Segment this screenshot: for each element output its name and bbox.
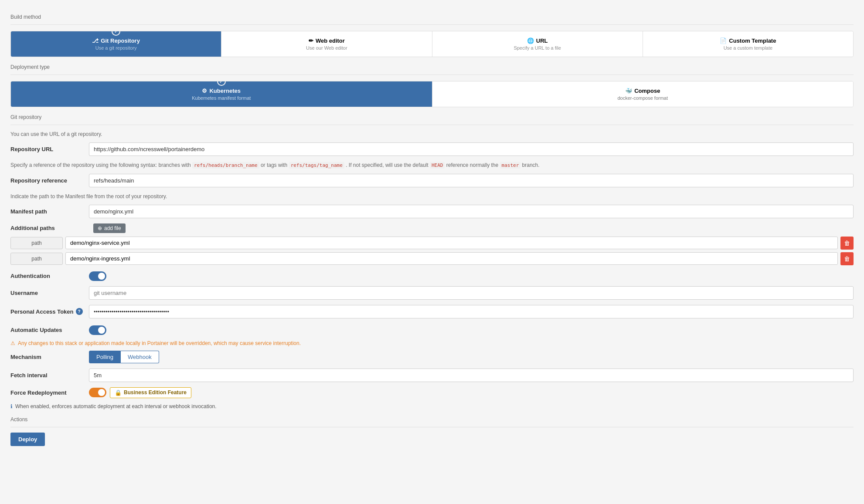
authentication-toggle-container [89, 271, 106, 281]
plus-icon: ⊕ [98, 225, 102, 231]
authentication-label: Authentication [10, 273, 89, 279]
manifest-help: Indicate the path to the Manifest file f… [10, 193, 854, 200]
kubernetes-btn-title: ⚙ Kubernetes [16, 88, 427, 94]
web-icon: ✏ [309, 37, 313, 44]
ref-head-code: HEAD [430, 162, 445, 169]
compose-btn-sub: docker-compose format [438, 95, 848, 101]
delete-path-1[interactable]: 🗑 [840, 237, 854, 250]
additional-paths-label: Additional paths [10, 225, 89, 231]
authentication-toggle[interactable] [89, 271, 106, 281]
personal-access-token-label: Personal Access Token ? [10, 308, 89, 315]
url-btn-sub: Specify a URL to a file [438, 45, 637, 51]
username-group: Username [10, 286, 854, 300]
path-input-1[interactable] [65, 237, 838, 249]
git-repo-desc: You can use the URL of a git repository. [10, 130, 854, 138]
force-redeployment-label: Force Redeployment [10, 389, 89, 396]
mechanism-buttons: Polling Webhook [89, 351, 159, 363]
git-repo-title: Git repository [10, 114, 854, 120]
build-method-section: Build method ✓ ⎇ Git Repository Use a gi… [10, 14, 854, 57]
business-edition-badge: 🔒 Business Edition Feature [110, 387, 191, 398]
kubernetes-btn-sub: Kubernetes manifest format [16, 95, 427, 101]
additional-paths-section: Additional paths ⊕ add file path 🗑 path … [10, 223, 854, 265]
redeployment-note: ℹ When enabled, enforces automatic deplo… [10, 403, 854, 409]
automatic-updates-section: Automatic Updates ⚠ Any changes to this … [10, 325, 854, 409]
actions-section: Actions Deploy [10, 416, 854, 446]
repository-reference-input[interactable] [89, 174, 854, 187]
build-method-url[interactable]: 🌐 URL Specify a URL to a file [432, 31, 643, 57]
mechanism-polling[interactable]: Polling [89, 351, 121, 363]
delete-path-2[interactable]: 🗑 [840, 252, 854, 265]
build-method-git[interactable]: ✓ ⎇ Git Repository Use a git repository [11, 31, 221, 57]
automatic-updates-label: Automatic Updates [10, 327, 89, 333]
git-btn-title: ⎇ Git Repository [16, 37, 216, 44]
force-redeployment-group: Force Redeployment 🔒 Business Edition Fe… [10, 387, 854, 398]
build-method-title: Build method [10, 14, 854, 20]
ref-tag-code: refs/tags/tag_name [289, 162, 344, 169]
force-redeployment-toggle[interactable] [89, 388, 106, 397]
build-method-web[interactable]: ✏ Web editor Use our Web editor [221, 31, 432, 57]
deploy-button[interactable]: Deploy [10, 433, 45, 446]
lock-icon: 🔒 [115, 389, 122, 396]
repository-reference-group: Repository reference [10, 174, 854, 187]
actions-title: Actions [10, 416, 854, 423]
git-check-icon: ✓ [112, 31, 120, 36]
path-row-1: path 🗑 [10, 237, 854, 250]
custom-btn-title: 📄 Custom Template [648, 37, 848, 44]
deployment-type-title: Deployment type [10, 64, 854, 70]
additional-paths-header: Additional paths ⊕ add file [10, 223, 854, 233]
info-icon: ℹ [10, 403, 13, 409]
repository-url-group: Repository URL [10, 142, 854, 156]
reference-help: Specify a reference of the repository us… [10, 161, 854, 169]
automatic-updates-toggle-container [89, 325, 106, 335]
mechanism-group: Mechanism Polling Webhook [10, 351, 854, 363]
automatic-updates-warning: ⚠ Any changes to this stack or applicati… [10, 340, 854, 346]
globe-icon: 🌐 [527, 37, 534, 44]
path-input-2[interactable] [65, 252, 838, 265]
custom-btn-sub: Use a custom template [648, 45, 848, 51]
manifest-path-group: Manifest path [10, 205, 854, 218]
deployment-compose[interactable]: 🐳 Compose docker-compose format [432, 81, 854, 107]
build-method-custom[interactable]: 📄 Custom Template Use a custom template [643, 31, 853, 57]
authentication-group: Authentication [10, 271, 854, 281]
ref-branch-code: refs/heads/branch_name [192, 162, 259, 169]
kubernetes-icon: ⚙ [202, 88, 207, 94]
deployment-type-section: Deployment type ✓ ⚙ Kubernetes Kubernete… [10, 64, 854, 107]
web-btn-sub: Use our Web editor [227, 45, 426, 51]
git-btn-sub: Use a git repository [16, 45, 216, 51]
fetch-interval-group: Fetch interval [10, 369, 854, 382]
deployment-type-buttons: ✓ ⚙ Kubernetes Kubernetes manifest forma… [10, 81, 854, 107]
git-repository-section: Git repository You can use the URL of a … [10, 114, 854, 318]
compose-icon: 🐳 [625, 88, 632, 94]
url-btn-title: 🌐 URL [438, 37, 637, 44]
template-icon: 📄 [720, 37, 727, 44]
manifest-path-input[interactable] [89, 205, 854, 218]
personal-access-token-group: Personal Access Token ? [10, 305, 854, 318]
username-label: Username [10, 290, 89, 296]
web-btn-title: ✏ Web editor [227, 37, 426, 44]
automatic-updates-group: Automatic Updates [10, 325, 854, 335]
fetch-interval-label: Fetch interval [10, 372, 89, 379]
fetch-interval-input[interactable] [89, 369, 854, 382]
manifest-path-label: Manifest path [10, 208, 89, 215]
repository-reference-label: Repository reference [10, 177, 89, 184]
deployment-kubernetes[interactable]: ✓ ⚙ Kubernetes Kubernetes manifest forma… [11, 81, 432, 107]
username-input[interactable] [89, 286, 854, 300]
build-method-buttons: ✓ ⎇ Git Repository Use a git repository … [10, 31, 854, 57]
personal-access-token-help-icon[interactable]: ? [76, 308, 83, 315]
add-file-button[interactable]: ⊕ add file [93, 223, 126, 233]
personal-access-token-input[interactable] [89, 305, 854, 318]
trash-icon-2: 🗑 [844, 255, 850, 262]
git-icon: ⎇ [92, 37, 99, 44]
kubernetes-check-icon: ✓ [217, 81, 226, 86]
automatic-updates-toggle[interactable] [89, 325, 106, 335]
path-label-1: path [10, 237, 63, 249]
ref-master-code: master [500, 162, 521, 169]
compose-btn-title: 🐳 Compose [438, 88, 848, 94]
mechanism-label: Mechanism [10, 354, 89, 360]
path-row-2: path 🗑 [10, 252, 854, 265]
trash-icon-1: 🗑 [844, 240, 850, 247]
mechanism-webhook[interactable]: Webhook [121, 351, 159, 363]
path-label-2: path [10, 253, 63, 265]
repository-url-input[interactable] [89, 142, 854, 156]
repository-url-label: Repository URL [10, 146, 89, 152]
